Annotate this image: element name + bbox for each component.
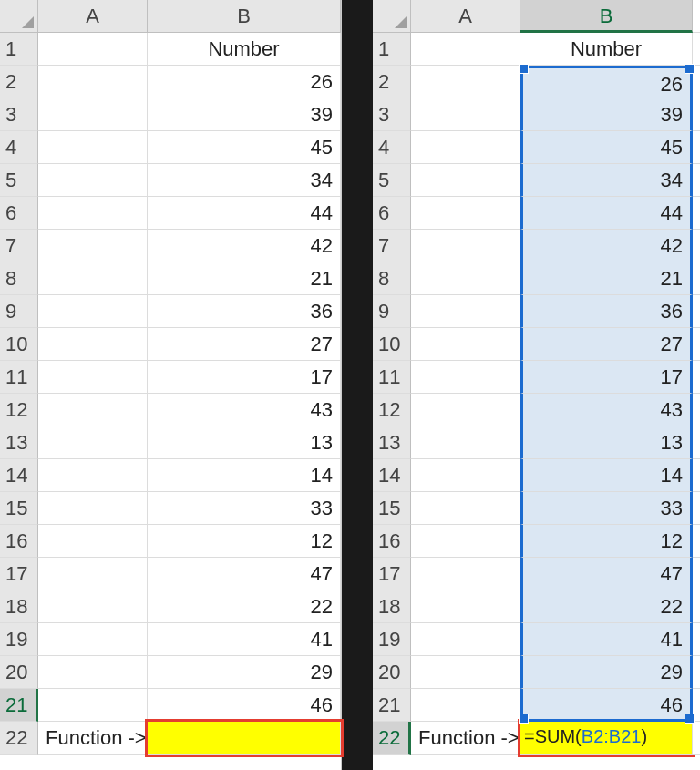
cell-B[interactable]: 34 [520, 164, 693, 197]
row-header[interactable]: 16 [0, 525, 38, 558]
row-header[interactable]: 16 [373, 525, 411, 558]
cell-B[interactable]: 17 [148, 361, 341, 394]
cell-B[interactable]: 41 [520, 623, 693, 656]
cell-A[interactable] [411, 590, 520, 623]
cell-B[interactable]: 12 [148, 525, 341, 558]
cell-B[interactable]: 39 [520, 98, 693, 131]
cell-A[interactable] [38, 689, 148, 722]
cell-A[interactable] [411, 262, 520, 295]
cell-A[interactable] [411, 361, 520, 394]
cell-A[interactable] [411, 492, 520, 525]
cell-B[interactable]: 43 [148, 394, 341, 426]
cell-B[interactable]: 45 [520, 131, 693, 164]
row-header[interactable]: 15 [0, 492, 38, 525]
row-header[interactable]: 9 [0, 295, 38, 328]
cell-A[interactable] [38, 328, 148, 361]
cell-B[interactable]: 39 [148, 98, 341, 131]
row-header[interactable]: 10 [0, 328, 38, 361]
row-header[interactable]: 4 [0, 131, 38, 164]
cell-B[interactable]: 44 [148, 197, 341, 230]
cell-A[interactable] [411, 394, 520, 426]
cell-B[interactable]: 22 [148, 590, 341, 623]
cell-B[interactable]: 42 [520, 230, 693, 262]
cell-A[interactable] [38, 590, 148, 623]
cell-B[interactable]: 26 [148, 66, 341, 98]
cell-A[interactable] [411, 623, 520, 656]
cell-B[interactable]: 22 [520, 590, 693, 623]
cell-B[interactable]: 14 [148, 459, 341, 492]
cell-B[interactable]: 21 [520, 262, 693, 295]
cell-A22-function-label[interactable]: Function -> [38, 722, 148, 755]
cell-A[interactable] [411, 230, 520, 262]
select-all-corner[interactable] [373, 0, 411, 33]
cell-B22-formula-input[interactable]: =SUM(B2:B21) [520, 722, 693, 755]
cell-B[interactable]: 17 [520, 361, 693, 394]
cell-B[interactable]: 47 [148, 558, 341, 590]
row-header[interactable]: 7 [0, 230, 38, 262]
cell-B[interactable]: 21 [148, 262, 341, 295]
row-header[interactable]: 22 [0, 722, 38, 755]
row-header[interactable]: 7 [373, 230, 411, 262]
cell-B[interactable]: 13 [148, 426, 341, 459]
cell-A22-function-label[interactable]: Function -> [411, 722, 520, 755]
row-header[interactable]: 15 [373, 492, 411, 525]
cell-A[interactable] [411, 689, 520, 722]
cell-B[interactable]: 43 [520, 394, 693, 426]
cell-B[interactable]: 33 [148, 492, 341, 525]
cell-A[interactable] [38, 262, 148, 295]
row-header[interactable]: 8 [373, 262, 411, 295]
row-header[interactable]: 3 [373, 98, 411, 131]
select-all-corner[interactable] [0, 0, 38, 33]
row-header[interactable]: 5 [373, 164, 411, 197]
cell-B[interactable]: 36 [148, 295, 341, 328]
cell-A[interactable] [38, 426, 148, 459]
row-header[interactable]: 20 [373, 656, 411, 689]
row-header[interactable]: 18 [373, 590, 411, 623]
cell-A[interactable] [38, 131, 148, 164]
cell-A[interactable] [38, 623, 148, 656]
cell-B[interactable]: 33 [520, 492, 693, 525]
cell-A[interactable] [411, 164, 520, 197]
cell-B[interactable]: 42 [148, 230, 341, 262]
cell-B[interactable]: 34 [148, 164, 341, 197]
cell-A[interactable] [38, 656, 148, 689]
row-header[interactable]: 17 [0, 558, 38, 590]
cell-B[interactable]: 45 [148, 131, 341, 164]
cell-A[interactable] [38, 492, 148, 525]
cell-B[interactable]: 46 [148, 689, 341, 722]
cell-A1[interactable] [38, 33, 148, 66]
cell-B[interactable]: 27 [148, 328, 341, 361]
row-header[interactable]: 21 [0, 689, 38, 722]
cell-A[interactable] [38, 361, 148, 394]
row-header[interactable]: 11 [0, 361, 38, 394]
row-header[interactable]: 14 [0, 459, 38, 492]
cell-B[interactable]: 36 [520, 295, 693, 328]
cell-A[interactable] [38, 197, 148, 230]
row-header[interactable]: 13 [0, 426, 38, 459]
col-header-A[interactable]: A [411, 0, 520, 33]
row-header[interactable]: 11 [373, 361, 411, 394]
cell-A[interactable] [411, 459, 520, 492]
sheet-left[interactable]: A B 1 Number 226 339 445 534 644 742 821… [0, 0, 341, 755]
cell-B[interactable]: 13 [520, 426, 693, 459]
cell-B[interactable]: 27 [520, 328, 693, 361]
cell-A[interactable] [411, 558, 520, 590]
cell-B[interactable]: 26 [520, 66, 693, 98]
row-header[interactable]: 18 [0, 590, 38, 623]
row-header[interactable]: 12 [0, 394, 38, 426]
cell-A[interactable] [38, 98, 148, 131]
row-header[interactable]: 3 [0, 98, 38, 131]
cell-A[interactable] [411, 295, 520, 328]
row-header[interactable]: 13 [373, 426, 411, 459]
col-header-B[interactable]: B [148, 0, 341, 33]
cell-A[interactable] [411, 525, 520, 558]
row-header[interactable]: 8 [0, 262, 38, 295]
row-header[interactable]: 19 [0, 623, 38, 656]
row-header[interactable]: 19 [373, 623, 411, 656]
cell-A[interactable] [38, 66, 148, 98]
sheet-right[interactable]: A B 1 Number 226 339 445 534 644 742 821… [373, 0, 700, 755]
cell-A[interactable] [411, 656, 520, 689]
cell-B22-formula-target[interactable] [148, 722, 341, 755]
cell-A[interactable] [38, 164, 148, 197]
row-header[interactable]: 17 [373, 558, 411, 590]
